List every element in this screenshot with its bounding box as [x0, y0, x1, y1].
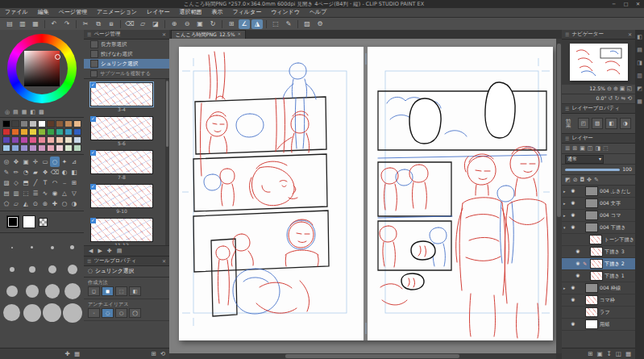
color-swatch[interactable]: [11, 136, 19, 144]
tone-effect-icon[interactable]: ▨: [592, 118, 603, 129]
layer-row[interactable]: ✎ 004 文字: [562, 198, 635, 210]
ruler-tool-icon[interactable]: ╱: [31, 177, 40, 188]
sub-color-chip[interactable]: [23, 215, 35, 228]
color-swatch[interactable]: [47, 120, 55, 127]
color-swatch[interactable]: [2, 136, 10, 144]
clip-icon[interactable]: ◘: [580, 177, 585, 183]
selection-tool-icon[interactable]: ⬚: [270, 19, 281, 29]
brush-size-cell[interactable]: [22, 280, 42, 302]
page-thumbnail[interactable]: ✓: [90, 150, 153, 174]
layer-row[interactable]: ✎ トーン下描き: [562, 234, 635, 246]
page-thumbnail[interactable]: ✓: [90, 218, 153, 242]
menu-item[interactable]: ページ管理: [54, 8, 92, 17]
new-folder-icon[interactable]: ▣: [580, 146, 585, 152]
layer-visibility-icon[interactable]: [570, 286, 576, 290]
color-swatch[interactable]: [64, 128, 73, 136]
layer-row[interactable]: ✎ 用紙: [562, 319, 635, 331]
subtool-item[interactable]: シュリンク選択: [84, 59, 169, 69]
manga-spread[interactable]: [179, 47, 553, 340]
color-swatch[interactable]: [47, 128, 55, 136]
redo-icon[interactable]: ↷: [61, 19, 73, 29]
folder-expand-icon[interactable]: [563, 202, 568, 206]
layer-row[interactable]: ✎ 下描き 3: [562, 246, 635, 258]
panel-menu-icon[interactable]: ☰: [87, 32, 91, 37]
color-wheel-tab-icon[interactable]: ◎: [5, 110, 10, 115]
canvas-horizontal-scrollbar[interactable]: [169, 353, 556, 359]
color-swatch[interactable]: [47, 136, 55, 144]
layer-visibility-icon[interactable]: [575, 273, 581, 278]
brush-size-cell[interactable]: [62, 258, 82, 280]
zoom-out-icon[interactable]: ⊖: [181, 19, 193, 29]
eraser-tool-icon[interactable]: ⌫: [50, 167, 60, 177]
color-swatch[interactable]: [29, 128, 37, 136]
lasso-select-tool-icon[interactable]: ◌: [50, 157, 60, 167]
brush-size-cell[interactable]: [42, 280, 62, 302]
dot-tool-icon[interactable]: ⊙: [31, 198, 40, 209]
delete-brush-size-icon[interactable]: ▦: [74, 351, 80, 357]
panel-menu-icon[interactable]: ☰: [87, 259, 91, 264]
nav-reset-icon[interactable]: ⟲: [627, 96, 632, 102]
layer-visibility-icon[interactable]: [575, 261, 581, 266]
brush-size-cell[interactable]: [42, 236, 62, 258]
layer-color-effect-icon[interactable]: ◧: [605, 118, 617, 129]
property-option-icon[interactable]: ⬚: [115, 286, 127, 296]
wave-tool-icon[interactable]: ∿: [40, 188, 50, 198]
color-swatch[interactable]: [38, 120, 46, 127]
color-swatch[interactable]: [38, 128, 46, 136]
copy-icon[interactable]: ⧉: [93, 19, 104, 29]
combine-icon[interactable]: ◫: [588, 146, 593, 152]
color-swatch[interactable]: [38, 144, 46, 152]
canvas-viewport[interactable]: [169, 39, 562, 353]
material-tab-5-icon[interactable]: ◩: [637, 86, 642, 92]
brush-size-cell[interactable]: [2, 302, 22, 324]
page-list-icon[interactable]: ▤: [117, 248, 123, 254]
color-swatch[interactable]: [20, 128, 28, 136]
material-tab-3-icon[interactable]: ◨: [637, 61, 642, 66]
material-tab-1-icon[interactable]: ◧: [637, 35, 642, 40]
rect-select-tool-icon[interactable]: ▭: [40, 157, 50, 167]
panel-close-icon[interactable]: ✕: [162, 259, 166, 264]
page-thumbnail-item[interactable]: ✓ 7-8: [90, 150, 153, 180]
menu-item[interactable]: レイヤー: [142, 8, 175, 17]
color-swatch[interactable]: [64, 136, 73, 144]
panel-menu-icon[interactable]: ☰: [565, 32, 569, 37]
color-swatch[interactable]: [73, 128, 81, 136]
approximate-color-tab-icon[interactable]: ▩: [39, 110, 44, 115]
color-swatch[interactable]: [20, 136, 28, 144]
new-folder-button[interactable]: ▣: [596, 351, 602, 357]
cone-tool-icon[interactable]: ◭: [21, 198, 31, 209]
mix-tool-icon[interactable]: ◑: [69, 198, 79, 209]
spiral-tool-icon[interactable]: ⊛: [40, 198, 50, 209]
color-swatch[interactable]: [56, 128, 64, 136]
polygon-tool-icon[interactable]: ⬠: [2, 198, 11, 209]
page-thumbnail-item[interactable]: ✓ 9-10: [90, 184, 153, 214]
color-swatch[interactable]: [64, 144, 73, 152]
brush-size-cell[interactable]: [42, 302, 62, 324]
menu-item[interactable]: フィルター: [227, 8, 266, 17]
move-tool-icon[interactable]: ✥: [11, 157, 21, 167]
zoom-tool-icon[interactable]: ◎: [2, 157, 11, 167]
color-swatch[interactable]: [2, 128, 10, 136]
folder-expand-icon[interactable]: [563, 286, 568, 290]
hatch-tool-icon[interactable]: ☰: [31, 188, 40, 198]
property-option-icon[interactable]: ◯: [129, 308, 141, 318]
eyedropper-tool-icon[interactable]: ⊿: [69, 157, 79, 167]
panel-close-icon[interactable]: ✕: [162, 32, 166, 37]
balloon-tool-icon[interactable]: ◠: [50, 177, 60, 188]
material-tab-2-icon[interactable]: ▤: [637, 48, 642, 53]
deselect-icon[interactable]: ▱: [137, 19, 148, 29]
fit-to-screen-icon[interactable]: ▣: [194, 19, 206, 29]
property-option-icon[interactable]: ◧: [129, 286, 141, 296]
menu-item[interactable]: ヘルプ: [305, 8, 332, 17]
brush-size-cell[interactable]: [22, 258, 42, 280]
color-set-tab-icon[interactable]: ▦: [22, 110, 27, 115]
pencil-tool-icon[interactable]: ✏: [11, 167, 21, 177]
brush-size-cell[interactable]: [2, 280, 22, 302]
opacity-slider[interactable]: [565, 169, 620, 171]
delete-layer-button[interactable]: ▦: [625, 351, 631, 357]
nav-rotate-right-icon[interactable]: ↻: [614, 96, 619, 102]
panel-menu-icon[interactable]: ☰: [565, 106, 569, 111]
operation-tool-icon[interactable]: ▣: [21, 157, 31, 167]
panel-menu-icon[interactable]: ☰: [565, 136, 569, 141]
snap-ruler-icon[interactable]: ∠: [239, 19, 250, 29]
